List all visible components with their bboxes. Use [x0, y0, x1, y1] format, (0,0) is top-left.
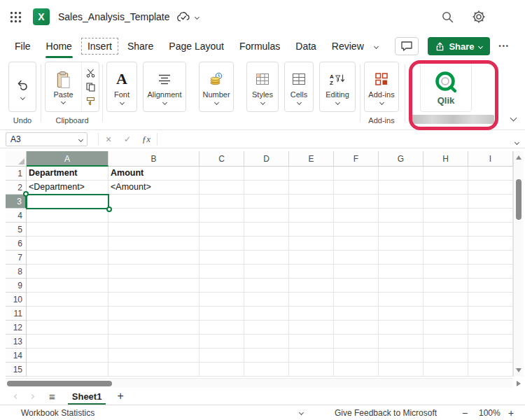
cell-I9[interactable]: [468, 279, 513, 293]
menu-review[interactable]: Review: [324, 36, 372, 56]
cell-B5[interactable]: [108, 223, 200, 237]
cell-G14[interactable]: [379, 349, 424, 363]
cell-D6[interactable]: [244, 237, 289, 251]
zoom-level[interactable]: 100%: [479, 405, 500, 420]
cell-D9[interactable]: [244, 279, 289, 293]
confirm-entry-button[interactable]: ✓: [120, 130, 135, 148]
cell-I13[interactable]: [468, 335, 513, 349]
row-header-1[interactable]: 1: [6, 167, 27, 181]
cell-F13[interactable]: [334, 335, 379, 349]
cell-B3[interactable]: [108, 195, 200, 209]
cell-H8[interactable]: [424, 265, 468, 279]
cell-F6[interactable]: [334, 237, 379, 251]
cell-C11[interactable]: [200, 307, 244, 321]
cell-I15[interactable]: [468, 363, 513, 377]
cell-I12[interactable]: [468, 321, 513, 335]
document-title[interactable]: Sales_Analysis_Template: [58, 11, 170, 22]
cut-button[interactable]: [83, 67, 97, 79]
add-sheet-button[interactable]: +: [117, 390, 123, 402]
cell-I8[interactable]: [468, 265, 513, 279]
cell-C10[interactable]: [200, 293, 244, 307]
cell-B13[interactable]: [108, 335, 200, 349]
cell-D10[interactable]: [244, 293, 289, 307]
cell-D2[interactable]: [244, 181, 289, 195]
cell-B10[interactable]: [108, 293, 200, 307]
cell-I14[interactable]: [468, 349, 513, 363]
zoom-out-button[interactable]: −: [462, 405, 468, 420]
row-header-8[interactable]: 8: [6, 265, 27, 279]
cell-I1[interactable]: [468, 167, 513, 181]
cell-A13[interactable]: [27, 335, 108, 349]
cell-F10[interactable]: [334, 293, 379, 307]
all-sheets-menu-button[interactable]: ≡: [49, 391, 55, 402]
cell-E4[interactable]: [289, 209, 334, 223]
horizontal-scrollbar-thumb[interactable]: [7, 381, 112, 386]
cell-D3[interactable]: [244, 195, 289, 209]
cell-H14[interactable]: [424, 349, 468, 363]
cloud-saved-icon[interactable]: [176, 11, 190, 22]
menu-share[interactable]: Share: [120, 36, 161, 56]
menu-file[interactable]: File: [7, 36, 38, 56]
format-painter-button[interactable]: [83, 95, 97, 107]
previous-sheet-button[interactable]: [8, 395, 24, 398]
paste-button[interactable]: Paste: [46, 62, 81, 111]
cell-C15[interactable]: [200, 363, 244, 377]
cell-H11[interactable]: [424, 307, 468, 321]
cell-C14[interactable]: [200, 349, 244, 363]
cell-B2[interactable]: <Amount>: [108, 181, 200, 195]
cell-H12[interactable]: [424, 321, 468, 335]
cancel-entry-button[interactable]: ×: [101, 130, 116, 148]
cell-H13[interactable]: [424, 335, 468, 349]
row-header-3[interactable]: 3: [6, 195, 27, 209]
cell-G1[interactable]: [379, 167, 424, 181]
cell-C13[interactable]: [200, 335, 244, 349]
cell-E14[interactable]: [289, 349, 334, 363]
column-header-E[interactable]: E: [289, 151, 334, 167]
styles-menu-button[interactable]: Styles: [246, 62, 279, 112]
cell-A10[interactable]: [27, 293, 108, 307]
ribbon-collapse-button[interactable]: [511, 112, 516, 122]
cell-I11[interactable]: [468, 307, 513, 321]
selection-handle-top-left[interactable]: [23, 191, 29, 197]
cell-F5[interactable]: [334, 223, 379, 237]
column-header-I[interactable]: I: [468, 151, 513, 167]
cell-D4[interactable]: [244, 209, 289, 223]
copy-button[interactable]: [83, 81, 97, 93]
cell-G8[interactable]: [379, 265, 424, 279]
cell-A2[interactable]: <Department>: [27, 181, 108, 195]
cell-D14[interactable]: [244, 349, 289, 363]
cell-H15[interactable]: [424, 363, 468, 377]
cell-I3[interactable]: [468, 195, 513, 209]
cell-H5[interactable]: [424, 223, 468, 237]
cell-E15[interactable]: [289, 363, 334, 377]
cell-G4[interactable]: [379, 209, 424, 223]
cell-B8[interactable]: [108, 265, 200, 279]
font-menu-button[interactable]: A Font: [106, 62, 137, 112]
menu-page-layout[interactable]: Page Layout: [161, 36, 232, 56]
cell-D15[interactable]: [244, 363, 289, 377]
column-header-A[interactable]: A: [27, 151, 108, 167]
cell-C3[interactable]: [200, 195, 244, 209]
cell-E7[interactable]: [289, 251, 334, 265]
cell-D5[interactable]: [244, 223, 289, 237]
cell-I5[interactable]: [468, 223, 513, 237]
cell-A6[interactable]: [27, 237, 108, 251]
sheet-tab-sheet1[interactable]: Sheet1: [66, 389, 108, 404]
cell-A8[interactable]: [27, 265, 108, 279]
scroll-right-arrow[interactable]: [517, 381, 521, 386]
cell-G3[interactable]: [379, 195, 424, 209]
cell-D1[interactable]: [244, 167, 289, 181]
column-header-H[interactable]: H: [424, 151, 468, 167]
horizontal-scrollbar[interactable]: [6, 378, 513, 388]
cell-C12[interactable]: [200, 321, 244, 335]
cell-E5[interactable]: [289, 223, 334, 237]
cell-C5[interactable]: [200, 223, 244, 237]
scroll-down-arrow[interactable]: [516, 368, 522, 372]
cell-C2[interactable]: [200, 181, 244, 195]
cell-E3[interactable]: [289, 195, 334, 209]
cell-H6[interactable]: [424, 237, 468, 251]
column-header-F[interactable]: F: [334, 151, 379, 167]
cell-I7[interactable]: [468, 251, 513, 265]
cell-B7[interactable]: [108, 251, 200, 265]
cell-A15[interactable]: [27, 363, 108, 377]
